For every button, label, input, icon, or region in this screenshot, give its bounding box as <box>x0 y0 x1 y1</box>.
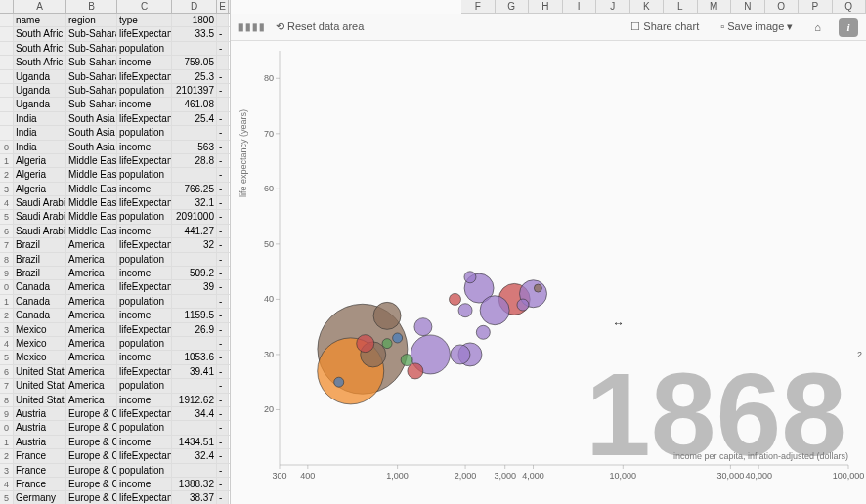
bubble-australia[interactable]: Australia <box>534 284 541 292</box>
svg-text:300: 300 <box>272 471 286 481</box>
svg-text:80: 80 <box>264 73 274 83</box>
col-header-q[interactable]: Q <box>833 0 867 14</box>
bubble-south-africa[interactable]: South Africa <box>393 333 403 343</box>
table-row[interactable]: 1AustriaEurope & Cincome1434.51- <box>0 436 230 449</box>
bubble-netherlands[interactable]: Netherlands <box>517 299 529 311</box>
bubble-saudi-arabia[interactable]: Saudi Arabia <box>382 339 392 349</box>
svg-text:3,000: 3,000 <box>494 471 516 481</box>
col-header-e[interactable]: E <box>217 0 229 13</box>
col-header-j[interactable]: J <box>596 0 630 14</box>
table-row[interactable]: 3MexicoAmericalifeExpectan26.9- <box>0 323 230 337</box>
col-header-k[interactable]: K <box>630 0 665 14</box>
table-row[interactable]: 5Saudi ArabiMiddle Eastpopulation2091000… <box>0 210 230 224</box>
table-row[interactable]: 7United StatAmericapopulation- <box>0 379 230 393</box>
col-header-b[interactable]: B <box>66 0 117 13</box>
col-header-g[interactable]: G <box>496 0 530 14</box>
svg-text:income per capita, inflation-a: income per capita, inflation-adjusted (d… <box>673 451 848 461</box>
table-row[interactable]: 5MexicoAmericaincome1053.6- <box>0 351 230 364</box>
table-row[interactable]: 0AustriaEurope & Cpopulation- <box>0 421 230 435</box>
chart-panel: FGHIJKLMNOPQ ▮▮▮▮ ⟲ Reset data area ☐ Sh… <box>231 0 866 504</box>
col-header-o[interactable]: O <box>765 0 800 14</box>
table-row[interactable]: 6Saudi ArabiMiddle Eastincome441.27- <box>0 225 230 238</box>
col-header-c[interactable]: C <box>117 0 172 13</box>
table-row[interactable]: 3AlgeriaMiddle Eastincome766.25- <box>0 183 230 196</box>
table-row[interactable]: 7BrazilAmericalifeExpectan32- <box>0 238 230 252</box>
table-row[interactable]: 4FranceEurope & Cincome1388.32- <box>0 478 230 491</box>
svg-text:10,000: 10,000 <box>610 471 637 481</box>
bubble-chart[interactable]: 1868203040506070803004001,0002,0003,0004… <box>231 41 866 504</box>
table-row[interactable]: 4Saudi ArabiMiddle EastlifeExpectan32.1- <box>0 196 230 210</box>
hdr-type[interactable]: type <box>117 14 172 26</box>
svg-text:2,000: 2,000 <box>455 471 477 481</box>
bubble-ireland[interactable]: Ireland <box>458 304 472 317</box>
bubble-spain[interactable]: Spain <box>451 345 470 364</box>
svg-text:1,000: 1,000 <box>386 471 409 481</box>
svg-text:60: 60 <box>264 184 274 193</box>
col-header-f[interactable]: F <box>461 0 496 14</box>
hdr-region[interactable]: region <box>66 14 117 26</box>
bubble-turkey[interactable]: Turkey <box>414 318 432 336</box>
info-icon[interactable]: i <box>839 18 858 37</box>
table-row[interactable]: 2AlgeriaMiddle Eastpopulation- <box>0 168 230 182</box>
hdr-year[interactable]: 1800 <box>172 14 217 26</box>
svg-text:400: 400 <box>300 471 315 481</box>
svg-text:50: 50 <box>264 239 274 249</box>
table-row[interactable]: UgandaSub-Saharaincome461.08- <box>0 98 230 111</box>
bubble-germany[interactable]: Germany <box>480 296 509 325</box>
col-header-m[interactable]: M <box>698 0 732 14</box>
table-row[interactable]: South AfricSub-SaharalifeExpectan33.5- <box>0 27 230 41</box>
table-row[interactable]: 2FranceEurope & ClifeExpectan32.4- <box>0 449 230 463</box>
table-row[interactable]: South AfricSub-Saharaincome759.05- <box>0 56 230 69</box>
col-header-d[interactable]: D <box>172 0 217 13</box>
table-row[interactable]: IndiaSouth Asiapopulation- <box>0 126 230 140</box>
table-row[interactable]: South AfricSub-Saharapopulation- <box>0 42 230 56</box>
bubble-mexico[interactable]: Mexico <box>408 363 423 379</box>
resize-handle-icon[interactable]: ↔ <box>613 316 625 330</box>
reset-button[interactable]: ⟲ Reset data area <box>272 19 368 35</box>
bubble-uganda[interactable]: Uganda <box>334 377 344 387</box>
table-row[interactable]: 1AlgeriaMiddle EastlifeExpectan28.8- <box>0 154 230 168</box>
spreadsheet-panel: A B C D E name region type 1800 South Af… <box>0 0 231 504</box>
table-row[interactable]: 6United StatAmericalifeExpectan39.41- <box>0 365 230 379</box>
svg-text:70: 70 <box>264 129 274 139</box>
table-row[interactable]: 2CanadaAmericaincome1159.5- <box>0 309 230 322</box>
col-header-i[interactable]: I <box>563 0 597 14</box>
col-header-p[interactable]: P <box>799 0 833 14</box>
table-row[interactable]: 1CanadaAmericapopulation- <box>0 295 230 309</box>
table-row[interactable]: UgandaSub-Saharapopulation2101397- <box>0 84 230 98</box>
chart-area[interactable]: 1868203040506070803004001,0002,0003,0004… <box>231 41 866 504</box>
table-row[interactable]: 0CanadaAmericalifeExpectan39- <box>0 280 230 294</box>
bubble-canada[interactable]: Canada <box>450 293 461 305</box>
table-row[interactable]: 9AustriaEurope & ClifeExpectan34.4- <box>0 407 230 421</box>
table-row[interactable]: IndiaSouth AsialifeExpectan25.4- <box>0 112 230 126</box>
hdr-name[interactable]: name <box>14 14 66 26</box>
share-button[interactable]: ☐ Share chart <box>627 19 703 35</box>
bubble-japan[interactable]: Japan <box>373 302 401 329</box>
home-icon[interactable]: ⌂ <box>810 20 825 35</box>
table-row[interactable]: 3FranceEurope & Cpopulation- <box>0 464 230 478</box>
table-row[interactable]: 8United StatAmericaincome1912.62- <box>0 394 230 407</box>
save-button[interactable]: ▫ Save image ▾ <box>716 19 797 35</box>
table-row[interactable]: 4MexicoAmericapopulation- <box>0 337 230 351</box>
col-header-a[interactable]: A <box>14 0 66 13</box>
column-headers: A B C D E <box>0 0 230 14</box>
col-header-l[interactable]: L <box>664 0 698 14</box>
table-row[interactable]: 8BrazilAmericapopulation- <box>0 253 230 267</box>
data-rows: South AfricSub-SaharalifeExpectan33.5-So… <box>0 27 230 504</box>
svg-text:30: 30 <box>264 350 274 359</box>
chart-toolbar: ▮▮▮▮ ⟲ Reset data area ☐ Share chart ▫ S… <box>231 14 866 41</box>
bubble-sweden[interactable]: Sweden <box>464 272 476 283</box>
toolbar-logo: ▮▮▮▮ <box>238 21 266 32</box>
svg-text:40,000: 40,000 <box>745 471 772 481</box>
svg-text:4,000: 4,000 <box>522 471 544 481</box>
svg-text:30,000: 30,000 <box>717 471 745 481</box>
table-row[interactable]: UgandaSub-SaharalifeExpectan25.3- <box>0 70 230 84</box>
bubble-austria[interactable]: Austria <box>476 325 490 339</box>
col-header-h[interactable]: H <box>529 0 563 14</box>
table-row[interactable]: 0IndiaSouth Asiaincome563- <box>0 141 230 154</box>
bubble-algeria[interactable]: Algeria <box>401 355 412 366</box>
bubble-brazil[interactable]: Brazil <box>357 335 374 353</box>
table-row[interactable]: 5GermanyEurope & ClifeExpectan38.37- <box>0 491 230 504</box>
table-row[interactable]: 9BrazilAmericaincome509.2- <box>0 267 230 280</box>
col-header-n[interactable]: N <box>731 0 765 14</box>
